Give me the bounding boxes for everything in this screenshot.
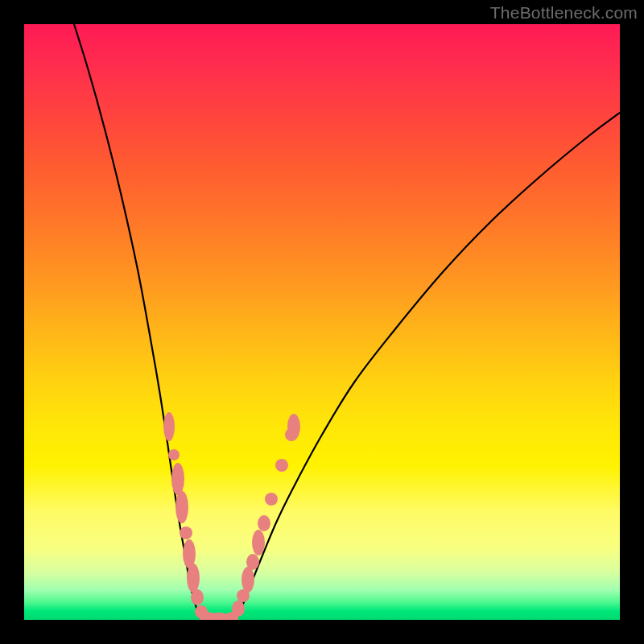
marker-bead xyxy=(242,567,254,592)
marker-bead xyxy=(232,601,245,617)
marker-bead xyxy=(275,459,288,472)
marker-bead xyxy=(180,526,192,539)
plot-area xyxy=(24,24,620,620)
marker-bead xyxy=(163,412,175,441)
marker-bead xyxy=(252,530,265,555)
marker-bead xyxy=(187,564,200,592)
marker-bead xyxy=(258,515,270,531)
marker-bead xyxy=(246,554,259,570)
right-curve xyxy=(232,113,620,620)
chart-frame: TheBottleneck.com xyxy=(0,0,644,644)
marker-bead xyxy=(171,463,184,495)
watermark-text: TheBottleneck.com xyxy=(490,3,638,23)
marker-bead xyxy=(287,414,300,440)
marker-bead xyxy=(168,449,180,460)
marker-bead xyxy=(191,589,204,605)
curves-layer xyxy=(24,24,620,620)
marker-bead xyxy=(175,491,188,523)
marker-bead xyxy=(265,493,278,506)
